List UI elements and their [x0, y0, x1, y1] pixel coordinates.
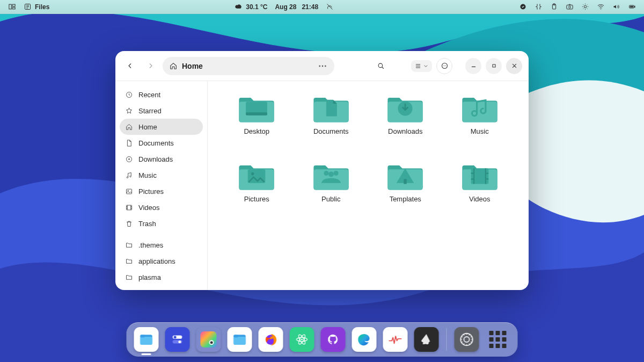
svg-rect-30	[140, 335, 145, 337]
folder-music[interactable]: Music	[443, 91, 517, 156]
svg-point-10	[601, 9, 601, 9]
clipboard-icon[interactable]	[546, 0, 562, 13]
dock-app-files[interactable]	[134, 327, 159, 352]
svg-point-18	[445, 66, 446, 66]
dock-app-files2[interactable]	[228, 327, 252, 352]
keyboard-shortcuts-icon[interactable]	[531, 0, 546, 13]
activities-button[interactable]	[4, 0, 20, 13]
window-minimize-button[interactable]	[465, 58, 481, 74]
update-indicator-icon[interactable]	[515, 0, 531, 13]
dock-separator	[447, 328, 447, 351]
folder-label: Downloads	[388, 127, 422, 135]
star-icon	[125, 107, 133, 115]
sidebar-item-home[interactable]: Home	[120, 119, 203, 135]
sidebar-item-videos[interactable]: Videos	[120, 199, 203, 215]
view-options[interactable]	[411, 60, 432, 72]
dock-app-edge[interactable]	[352, 327, 377, 352]
nav-back-button[interactable]	[122, 58, 138, 74]
folder-label: Pictures	[244, 195, 269, 203]
folder-icon	[125, 241, 133, 249]
folder-documents[interactable]: Documents	[294, 91, 369, 156]
sidebar-item-applications[interactable]: applications	[120, 253, 203, 269]
folder-desktop[interactable]: Desktop	[219, 91, 294, 156]
sidebar-item-label: Documents	[138, 139, 174, 147]
nav-forward-button[interactable]	[142, 58, 158, 74]
svg-point-38	[210, 341, 213, 344]
battery-icon[interactable]	[624, 0, 640, 13]
svg-point-17	[444, 66, 444, 66]
trash-icon	[125, 220, 133, 228]
weather-indicator[interactable]: 30.1 °C	[231, 0, 271, 13]
path-label: Home	[182, 62, 203, 70]
svg-rect-36	[201, 331, 217, 347]
app-menu-label: Files	[35, 3, 49, 11]
svg-point-9	[584, 5, 586, 8]
svg-rect-23	[462, 102, 497, 122]
network-icon[interactable]	[593, 0, 609, 13]
files-window: Home ⋯ Recent Starred Home Documents	[115, 51, 529, 290]
image-icon	[125, 187, 133, 196]
svg-point-53	[460, 334, 473, 346]
do-not-disturb-icon[interactable]	[322, 0, 338, 13]
svg-point-16	[443, 66, 443, 66]
sidebar-item-label: Trash	[138, 220, 156, 228]
folder-downloads[interactable]: Downloads	[368, 91, 443, 156]
sidebar-item-pictures[interactable]: Pictures	[120, 183, 203, 199]
screenshot-icon[interactable]	[562, 0, 577, 13]
folder-videos[interactable]: Videos	[443, 158, 517, 224]
dock-app-settings[interactable]	[455, 327, 479, 352]
svg-point-54	[464, 337, 470, 342]
app-menu[interactable]: Files	[20, 0, 53, 13]
sidebar-item-label: Pictures	[138, 187, 164, 196]
top-panel: Files 30.1 °C Aug 28 21:48	[0, 0, 644, 14]
sidebar-item-trash[interactable]: Trash	[120, 215, 203, 231]
search-button[interactable]	[372, 58, 389, 74]
svg-rect-0	[9, 4, 11, 9]
folder-templates[interactable]: Templates	[368, 158, 443, 224]
dock-show-apps[interactable]	[486, 327, 510, 352]
sidebar-item-label: .themes	[138, 241, 163, 249]
folder-pictures[interactable]: Pictures	[219, 158, 294, 224]
window-close-button[interactable]	[506, 58, 522, 74]
folder-icon	[312, 161, 350, 192]
volume-icon[interactable]	[609, 0, 624, 13]
clock[interactable]: Aug 28 21:48	[271, 0, 322, 13]
path-overflow-icon[interactable]: ⋯	[318, 61, 328, 71]
folder-label: Videos	[469, 195, 491, 203]
sidebar-item-recent[interactable]: Recent	[120, 86, 203, 103]
dock-app-colors[interactable]	[196, 327, 221, 352]
sidebar-item-downloads[interactable]: Downloads	[120, 151, 203, 167]
music-icon	[125, 171, 133, 179]
svg-point-8	[569, 6, 571, 8]
folder-label: Documents	[313, 127, 349, 135]
sidebar-item-label: Starred	[138, 107, 162, 115]
sidebar-item-documents[interactable]: Documents	[120, 135, 203, 151]
window-maximize-button[interactable]	[486, 58, 502, 74]
folder-public[interactable]: Public	[294, 158, 369, 224]
download-icon	[125, 155, 133, 163]
brightness-icon[interactable]	[577, 0, 593, 13]
folder-label: Public	[321, 195, 340, 203]
sidebar-item-starred[interactable]: Starred	[120, 103, 203, 119]
hamburger-menu-button[interactable]	[436, 58, 452, 74]
dock-app-monitor[interactable]	[383, 327, 408, 352]
dock-app-tweaks[interactable]	[165, 327, 190, 352]
folder-label: Desktop	[244, 127, 269, 135]
sidebar-item-plasma[interactable]: plasma	[120, 269, 203, 285]
folder-icon	[125, 257, 133, 265]
dock-app-inkscape[interactable]	[414, 327, 439, 352]
dock-app-firefox[interactable]	[259, 327, 283, 352]
dropdown-icon	[423, 62, 429, 70]
sidebar-item-themes[interactable]: .themes	[120, 237, 203, 253]
dock-app-atom[interactable]	[290, 327, 314, 352]
svg-rect-31	[170, 331, 186, 347]
doc-icon	[125, 139, 133, 147]
folder-icon	[237, 93, 276, 124]
sidebar-item-label: Downloads	[138, 155, 173, 163]
sidebar-item-label: Home	[138, 123, 157, 131]
folder-icon	[312, 93, 350, 124]
sidebar-item-music[interactable]: Music	[120, 167, 203, 183]
path-bar[interactable]: Home ⋯	[163, 57, 334, 75]
dock-app-github[interactable]	[321, 327, 346, 352]
list-view-icon	[414, 62, 422, 70]
